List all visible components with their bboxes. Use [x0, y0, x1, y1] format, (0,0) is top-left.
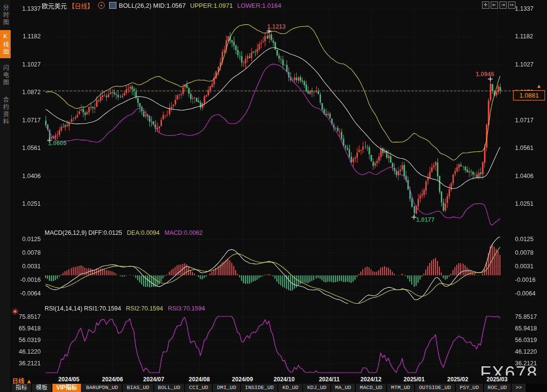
rsi1-value: RSI1:70.1594 [84, 305, 121, 312]
symbol-name: 欧元美元 [42, 1, 67, 10]
x-axis-date: 2024/10 [267, 376, 301, 383]
axis-tick: 0.0078 [11, 249, 41, 256]
chart-type-icon[interactable] [109, 2, 116, 9]
indicator-tab-outside_ud[interactable]: OUTSIDE_UD [415, 384, 455, 392]
rsi-title: RSI(14,14,14) [45, 305, 82, 312]
x-axis-date: 2025/02 [441, 376, 475, 383]
axis-tick: 0.0125 [515, 236, 546, 243]
period-tag[interactable]: 【日线】 [68, 1, 94, 10]
axis-tick: 1.1337 [515, 5, 546, 12]
macd-diff-value: DIFF:0.0125 [88, 229, 122, 236]
indicator-tab-macd_ud[interactable]: MACD_UD [356, 384, 386, 392]
macd-dea-value: DEA:0.0094 [127, 229, 160, 236]
indicator-tab-kdj_ud[interactable]: KDJ_UD [303, 384, 330, 392]
axis-tick: 65.9418 [515, 325, 546, 332]
x-axis-date: 2025/01 [397, 376, 431, 383]
axis-tick: 0.0125 [11, 236, 41, 243]
axis-tick: 0.0031 [515, 263, 546, 270]
sidebar-item-3[interactable]: 闪电图 [0, 61, 11, 89]
boll-mid-value: MID:1.0567 [153, 2, 186, 9]
add-indicator-icon[interactable]: + [98, 2, 105, 9]
indicator-tab-boll_ud[interactable]: BOLL_UD [154, 384, 184, 392]
indicator-tab-mtm_ud[interactable]: MTM_UD [387, 384, 414, 392]
x-axis-date: 2024/11 [312, 376, 346, 383]
axis-tick: 1.1182 [11, 33, 41, 40]
indicator-tab-kd_ud[interactable]: KD_UD [278, 384, 302, 392]
axis-tick: 1.1182 [515, 33, 546, 40]
swing-low-label-2: 1.0177 [416, 216, 434, 223]
rsi2-value: RSI2:70.1594 [126, 305, 163, 312]
axis-tick: 1.0406 [515, 173, 546, 180]
expand-x-axis-icon[interactable]: ⇥ [499, 1, 507, 9]
indicator-tab-bar: 指标模板VIP指标BARUPDN_UDBIAS_UDBOLL_UDCCI_UDD… [11, 384, 547, 392]
macd-macd-value: MACD:0.0062 [164, 229, 203, 236]
last-price-box: 1.0881 [513, 90, 545, 100]
axis-tick: 1.0561 [515, 145, 546, 151]
axis-tick: 0.0078 [515, 249, 546, 256]
swing-low-label-1: 1.0605 [48, 140, 66, 147]
indicator-tab-ma_ud[interactable]: MA_UD [331, 384, 355, 392]
macd-title: MACD(26,12,9) [45, 229, 87, 236]
axis-tick: 36.2121 [11, 360, 41, 367]
indicator-tab-[interactable]: 模板 [32, 384, 51, 392]
indicator-tab-vip[interactable]: VIP指标 [52, 384, 81, 392]
chart-mode-sidebar: 分时图K线图闪电图合约资料 [0, 0, 11, 392]
indicator-tab-barupdn_ud[interactable]: BARUPDN_UD [82, 384, 122, 392]
axis-tick: 56.0319 [11, 337, 41, 343]
axis-tick: 1.0251 [11, 200, 41, 207]
indicator-tab-bias_ud[interactable]: BIAS_UD [123, 384, 153, 392]
axis-tick: 75.8517 [515, 313, 546, 320]
axis-tick: 1.1027 [11, 61, 41, 68]
sidebar-item-1[interactable]: 分时图 [0, 1, 11, 29]
indicator-tab-inside_ud[interactable]: INSIDE_UD [241, 384, 277, 392]
axis-tick: 1.0872 [11, 89, 41, 96]
axis-tick: -0.0064 [515, 290, 546, 297]
x-axis-date: 2024/12 [354, 376, 388, 383]
axis-tick: 1.0406 [11, 173, 41, 180]
indicator-tab-psy_ud[interactable]: PSY_UD [456, 384, 483, 392]
axis-tick: 0.0031 [11, 263, 41, 270]
chart-tool-icons: ✛⇤⇥↦ [482, 1, 515, 9]
axis-tick: 1.1027 [515, 61, 546, 68]
indicator-tab-cci_ud[interactable]: CCI_UD [185, 384, 212, 392]
boll-label: BOLL(26,2) [119, 2, 151, 9]
axis-tick: 1.0561 [11, 145, 41, 151]
indicator-tab-roc_ud[interactable]: ROC_UD [484, 384, 511, 392]
indicator-tab->>[interactable]: >> [512, 384, 526, 392]
crosshair-icon[interactable]: ✛ [482, 1, 489, 9]
axis-tick: 1.0251 [515, 200, 546, 207]
rsi3-value: RSI3:70.1594 [168, 305, 205, 312]
trading-terminal: 分时图K线图闪电图合约资料 欧元美元 【日线】 + BOLL(26,2) MID… [0, 0, 547, 392]
axis-tick: 1.0717 [515, 117, 546, 124]
price-chart-canvas[interactable] [0, 0, 547, 384]
axis-tick: -0.0016 [515, 277, 546, 283]
chart-header: 欧元美元 【日线】 + BOLL(26,2) MID:1.0567 UPPER:… [42, 1, 281, 9]
macd-panel-header: MACD(26,12,9) DIFF:0.0125 DEA:0.0094 MAC… [45, 229, 203, 236]
swing-high-label-1: 1.1213 [267, 23, 286, 30]
boll-upper-value: UPPER:1.0971 [190, 2, 233, 9]
axis-tick: 46.1220 [515, 348, 546, 355]
shrink-x-axis-icon[interactable]: ⇤ [491, 1, 498, 9]
swing-high-label-2: 1.0946 [476, 71, 494, 78]
x-axis-date: 2024/06 [96, 376, 129, 383]
axis-tick: 65.9418 [11, 325, 41, 332]
x-axis-date: 2024/05 [52, 376, 86, 383]
axis-tick: 1.0717 [11, 117, 41, 124]
sidebar-item-4[interactable]: 合约资料 [0, 92, 11, 130]
axis-tick: 56.0319 [515, 337, 546, 343]
indicator-tab-[interactable]: 指标 [12, 384, 31, 392]
axis-tick: 46.1220 [11, 348, 41, 355]
boll-lower-value: LOWER:1.0164 [237, 2, 281, 9]
alert-icon[interactable] [12, 308, 18, 315]
rsi-panel-header: RSI(14,14,14) RSI1:70.1594 RSI2:70.1594 … [45, 305, 205, 312]
x-axis-row: 日线 ▲ 2024/052024/062024/072024/082024/09… [11, 376, 547, 384]
x-axis-date: 2024/07 [137, 376, 171, 383]
sidebar-item-2[interactable]: K线图 [0, 30, 11, 58]
axis-tick: -0.0016 [11, 277, 41, 283]
pan-right-icon[interactable]: ↦ [508, 1, 515, 9]
x-axis-date: 2025/03 [480, 376, 514, 383]
x-axis-date: 2024/08 [182, 376, 216, 383]
indicator-tab-dmi_ud[interactable]: DMI_UD [213, 384, 240, 392]
axis-tick: 1.1337 [11, 5, 41, 12]
x-axis-date: 2024/09 [225, 376, 259, 383]
